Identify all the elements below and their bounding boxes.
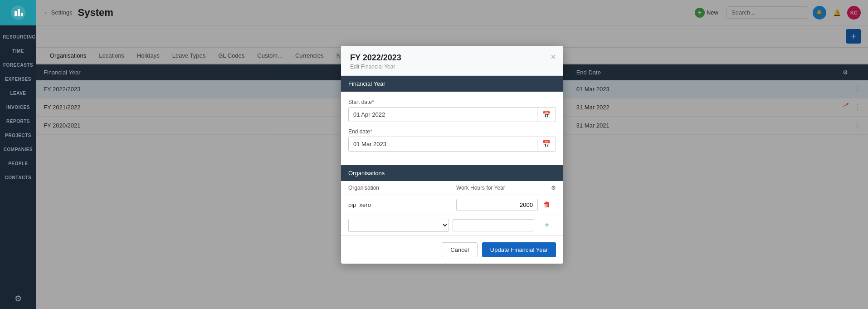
sidebar-item-people[interactable]: PEOPLE bbox=[0, 157, 36, 171]
svg-rect-3 bbox=[21, 13, 23, 16]
modal-title: FY 2022/2023 bbox=[350, 53, 554, 63]
modal-overlay: FY 2022/2023 Edit Financial Year × Finan… bbox=[36, 0, 868, 309]
end-date-input[interactable] bbox=[349, 137, 537, 151]
start-date-input-wrapper: 📅 bbox=[348, 107, 556, 122]
cancel-button[interactable]: Cancel bbox=[442, 242, 477, 257]
modal-footer: Cancel Update Financial Year bbox=[341, 235, 563, 264]
org-hours-input[interactable] bbox=[456, 199, 538, 211]
edit-financial-year-modal: FY 2022/2023 Edit Financial Year × Finan… bbox=[341, 46, 563, 264]
end-date-label: End date* bbox=[348, 128, 556, 135]
org-add-row: + bbox=[341, 215, 563, 235]
org-col-header-org: Organisation bbox=[348, 185, 456, 191]
end-date-group: End date* 📅 bbox=[348, 128, 556, 152]
org-name: pip_xero bbox=[348, 201, 456, 208]
section-financial-year: Financial Year bbox=[341, 76, 563, 92]
start-date-calendar-button[interactable]: 📅 bbox=[537, 108, 556, 122]
org-row: pip_xero 🗑 bbox=[341, 195, 563, 215]
sidebar-item-resourcing[interactable]: RESOURCING bbox=[0, 30, 36, 44]
end-date-input-wrapper: 📅 bbox=[348, 137, 556, 152]
modal-header: FY 2022/2023 Edit Financial Year × bbox=[341, 46, 563, 76]
org-table-header: Organisation Work Hours for Year ⚙ bbox=[341, 181, 563, 195]
modal-form: Start date* 📅 End date* 📅 bbox=[341, 92, 563, 165]
org-select-dropdown[interactable] bbox=[348, 219, 449, 232]
end-date-calendar-button[interactable]: 📅 bbox=[537, 137, 556, 151]
start-date-input[interactable] bbox=[349, 108, 537, 122]
sidebar-item-contacts[interactable]: CONTACTS bbox=[0, 171, 36, 185]
modal-subtitle: Edit Financial Year bbox=[350, 64, 554, 70]
settings-gear-icon[interactable]: ⚙ bbox=[15, 294, 22, 304]
modal-close-button[interactable]: × bbox=[551, 52, 556, 61]
svg-rect-2 bbox=[18, 9, 20, 16]
main-content: ← Settings System + New 🔔 🔔 KC + Organis… bbox=[36, 0, 868, 309]
update-financial-year-button[interactable]: Update Financial Year bbox=[482, 242, 556, 257]
section-organisations: Organisations bbox=[341, 165, 563, 181]
sidebar-item-projects[interactable]: PROJECTS bbox=[0, 128, 36, 142]
sidebar: RESOURCING TIME FORECASTS EXPENSES LEAVE… bbox=[0, 0, 36, 309]
sidebar-item-companies[interactable]: COMPANIES bbox=[0, 142, 36, 157]
sidebar-item-expenses[interactable]: EXPENSES bbox=[0, 72, 36, 86]
svg-rect-1 bbox=[15, 11, 17, 16]
org-settings-icon[interactable]: ⚙ bbox=[538, 185, 556, 191]
org-add-hours-input[interactable] bbox=[453, 219, 534, 231]
sidebar-nav: RESOURCING TIME FORECASTS EXPENSES LEAVE… bbox=[0, 30, 36, 288]
sidebar-item-reports[interactable]: REPORTS bbox=[0, 114, 36, 128]
sidebar-item-forecasts[interactable]: FORECASTS bbox=[0, 58, 36, 72]
sidebar-item-leave[interactable]: LEAVE bbox=[0, 86, 36, 100]
sidebar-item-time[interactable]: TIME bbox=[0, 44, 36, 58]
org-col-header-hours: Work Hours for Year bbox=[456, 185, 538, 191]
start-date-group: Start date* 📅 bbox=[348, 99, 556, 122]
modal-body: Financial Year Start date* 📅 End da bbox=[341, 76, 563, 235]
sidebar-bottom: ⚙ bbox=[15, 288, 22, 309]
sidebar-logo[interactable] bbox=[0, 0, 36, 25]
org-add-button[interactable]: + bbox=[538, 220, 556, 231]
org-delete-button[interactable]: 🗑 bbox=[538, 201, 556, 209]
start-date-label: Start date* bbox=[348, 99, 556, 105]
sidebar-item-invoices[interactable]: INVOICES bbox=[0, 100, 36, 114]
